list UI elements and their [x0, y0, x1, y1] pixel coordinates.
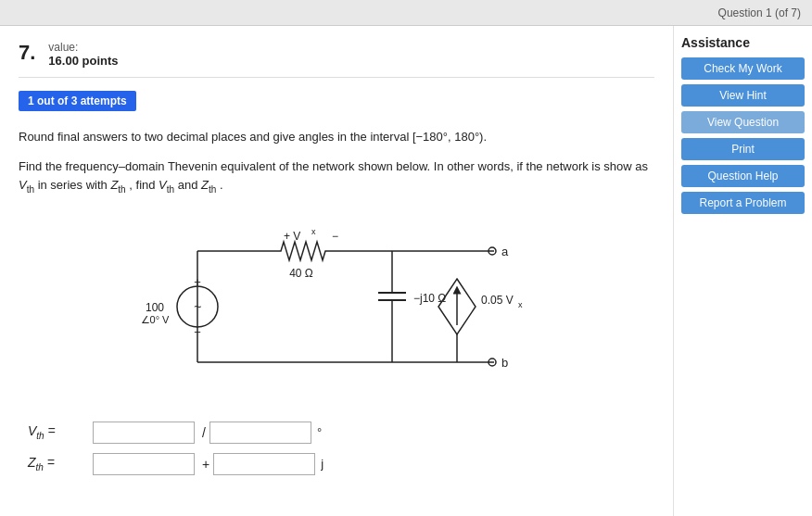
sidebar-title: Assistance: [681, 35, 805, 50]
nav-label: Question 1 (of 7): [718, 6, 801, 19]
zth-row: Zth = + j: [28, 453, 654, 475]
svg-text:+  V: + V: [284, 230, 300, 243]
view-question-button[interactable]: View Question: [681, 111, 805, 133]
report-problem-button[interactable]: Report a Problem: [681, 192, 805, 214]
vth-magnitude-input[interactable]: [93, 422, 195, 444]
print-button[interactable]: Print: [681, 138, 805, 160]
circuit-diagram: ~ 100 ∠0° V + V x − 40 Ω: [142, 214, 531, 399]
question-help-button[interactable]: Question Help: [681, 165, 805, 187]
svg-text:x: x: [518, 300, 523, 309]
vth-unit: °: [317, 425, 322, 439]
zth-sep: +: [202, 457, 209, 472]
zth-unit: j: [321, 457, 324, 471]
svg-text:+: +: [194, 275, 201, 289]
attempts-badge: 1 out of 3 attempts: [19, 91, 136, 111]
question-value-label: value:: [48, 41, 118, 54]
svg-text:x: x: [311, 227, 316, 236]
sidebar: Assistance Check My Work View Hint View …: [673, 26, 812, 516]
view-hint-button[interactable]: View Hint: [681, 84, 805, 107]
question-area: 7. value: 16.00 points 1 out of 3 attemp…: [0, 26, 673, 516]
svg-text:b: b: [501, 356, 508, 370]
question-number: 7.: [19, 41, 35, 65]
zth-label: Zth =: [28, 455, 93, 472]
svg-text:0.05 V: 0.05 V: [481, 294, 514, 307]
svg-text:a: a: [501, 245, 509, 258]
vth-sep: /: [202, 425, 206, 440]
question-value-block: value: 16.00 points: [48, 41, 118, 68]
zth-real-input[interactable]: [93, 453, 195, 475]
circuit-area: ~ 100 ∠0° V + V x − 40 Ω: [19, 214, 654, 399]
svg-text:−: −: [332, 230, 338, 243]
svg-text:100: 100: [146, 301, 164, 314]
svg-text:40 Ω: 40 Ω: [289, 267, 313, 280]
svg-text:−: −: [194, 325, 201, 339]
svg-text:~: ~: [194, 299, 201, 314]
attempts-area: 1 out of 3 attempts: [19, 91, 654, 120]
question-value: 16.00 points: [48, 54, 118, 68]
svg-text:∠0° V: ∠0° V: [142, 314, 170, 325]
vth-label: Vth =: [28, 423, 93, 441]
vth-angle-input[interactable]: [209, 422, 311, 444]
top-bar: Question 1 (of 7): [0, 0, 812, 26]
problem-text: Find the frequency–domain Thevenin equiv…: [19, 157, 654, 197]
instruction-text: Round final answers to two decimal place…: [19, 128, 654, 146]
zth-imag-input[interactable]: [213, 453, 315, 475]
check-my-work-button[interactable]: Check My Work: [681, 57, 805, 80]
question-header: 7. value: 16.00 points: [19, 41, 654, 78]
answer-section: Vth = / ° Zth = + j: [19, 422, 654, 475]
main-container: 7. value: 16.00 points 1 out of 3 attemp…: [0, 26, 812, 516]
vth-row: Vth = / °: [28, 422, 654, 444]
